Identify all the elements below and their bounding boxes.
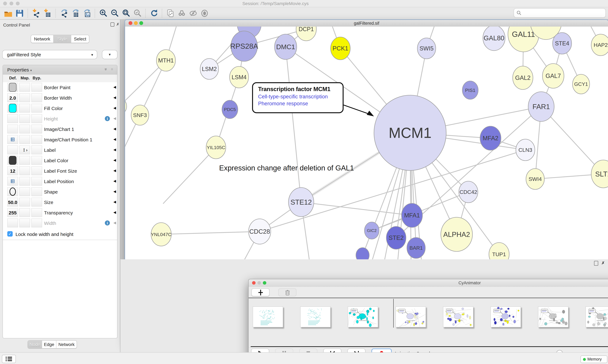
property-row-label[interactable]: ⋮›Label◀: [3, 145, 117, 156]
map-cell[interactable]: [19, 198, 30, 207]
export-table-button[interactable]: [70, 8, 81, 18]
memory-button[interactable]: Memory: [580, 355, 607, 363]
export-image-button[interactable]: [81, 8, 92, 18]
byp-cell[interactable]: [31, 145, 42, 154]
map-cell[interactable]: [19, 208, 30, 217]
add-frame-button[interactable]: [251, 288, 269, 296]
timeline-playhead[interactable]: [393, 299, 394, 328]
zoom-fit-button[interactable]: [121, 8, 131, 18]
maximize-window-button[interactable]: [16, 1, 20, 5]
expand-arrow-icon[interactable]: ◀: [113, 200, 116, 204]
network-node-yil105c[interactable]: YIL105C: [206, 136, 226, 159]
tab-select[interactable]: Select: [71, 35, 89, 43]
network-node-snf3[interactable]: SNF3: [131, 105, 149, 125]
hide-graphics-button[interactable]: [188, 8, 199, 18]
network-node-lsm2[interactable]: LSM2: [200, 59, 219, 79]
tab-network[interactable]: Network: [56, 341, 77, 348]
property-row-fill-color[interactable]: Fill Color◀: [3, 103, 117, 114]
network-node-lsm4[interactable]: LSM4: [230, 66, 249, 88]
network-node-pdc5[interactable]: PDC5: [222, 100, 238, 118]
export-network-button[interactable]: [59, 8, 69, 18]
expand-arrow-icon[interactable]: ◀: [113, 148, 116, 152]
expand-arrow-icon[interactable]: ◀: [113, 95, 116, 100]
collapse-all-icon[interactable]: «: [110, 68, 115, 71]
map-cell[interactable]: [19, 104, 30, 113]
map-cell[interactable]: [19, 93, 30, 102]
network-node-pis1[interactable]: PIS1: [462, 81, 478, 99]
frame-thumbnail-2[interactable]: [348, 306, 378, 327]
cyanimator-titlebar[interactable]: CyAnimator: [249, 279, 608, 287]
map-cell[interactable]: [19, 125, 30, 133]
frame-thumbnail-6[interactable]: [538, 306, 568, 327]
byp-cell[interactable]: [31, 114, 42, 123]
byp-cell[interactable]: [31, 125, 42, 133]
network-node-rps28a[interactable]: RPS28A: [230, 31, 258, 61]
byp-cell[interactable]: [31, 198, 42, 207]
byp-cell[interactable]: [31, 177, 42, 186]
zoom-selected-button[interactable]: [132, 8, 143, 18]
minimize-window-button[interactable]: [10, 1, 13, 5]
network-node-bar1[interactable]: BAR1: [407, 237, 425, 258]
byp-cell[interactable]: [31, 208, 42, 217]
expand-arrow-icon[interactable]: ◀: [113, 85, 116, 89]
expand-arrow-icon[interactable]: ◀: [113, 158, 116, 162]
property-row-border-paint[interactable]: Border Paint◀: [3, 82, 117, 93]
expand-all-icon[interactable]: »: [104, 68, 109, 71]
network-node-gic2[interactable]: GIC2: [364, 222, 379, 239]
network-node-mcm1[interactable]: MCM1: [374, 95, 446, 170]
network-edge[interactable]: [161, 232, 260, 234]
byp-cell[interactable]: [31, 187, 42, 196]
network-node-gal2[interactable]: GAL2: [513, 66, 533, 90]
tab-style[interactable]: Style: [54, 35, 71, 43]
network-node-cdc42[interactable]: CDC42: [459, 181, 478, 203]
import-network-button[interactable]: [31, 8, 41, 18]
network-node-gcy1[interactable]: GCY1: [573, 74, 590, 94]
search-network-button[interactable]: [176, 8, 187, 18]
expand-arrow-icon[interactable]: ◀: [113, 106, 116, 110]
def-cell[interactable]: [7, 156, 18, 165]
def-cell[interactable]: [7, 177, 18, 186]
network-node-cln3[interactable]: CLN3: [516, 139, 535, 161]
clipboard-button[interactable]: [165, 8, 176, 18]
byp-cell[interactable]: [31, 219, 42, 227]
property-row-transparency[interactable]: 255Transparency◀: [3, 208, 117, 218]
tab-edge[interactable]: Edge: [42, 341, 56, 348]
frame-thumbnail-0[interactable]: [253, 306, 283, 327]
network-node-ynl047c[interactable]: YNL047C: [151, 223, 171, 246]
map-cell[interactable]: [19, 219, 30, 227]
network-node-swi4[interactable]: SWI4: [526, 169, 544, 189]
network-edge[interactable]: [286, 47, 301, 202]
property-row-image-chart-1[interactable]: Image/Chart 1◀: [3, 124, 117, 135]
byp-cell[interactable]: [31, 156, 42, 165]
expand-arrow-icon[interactable]: ◀: [113, 179, 116, 183]
network-node-ste2[interactable]: STE2: [386, 226, 406, 249]
tab-node[interactable]: Node: [28, 341, 42, 348]
float-panel-icon[interactable]: [594, 261, 598, 266]
def-cell[interactable]: 50.0: [7, 198, 18, 207]
style-options-button[interactable]: ▼: [102, 50, 117, 59]
network-node-mth1[interactable]: MTH1: [156, 50, 175, 71]
def-cell[interactable]: [7, 135, 18, 144]
expand-arrow-icon[interactable]: ◀: [113, 127, 116, 131]
tab-network[interactable]: Network: [31, 35, 54, 43]
network-node-pck1[interactable]: PCK1: [331, 37, 350, 60]
byp-cell[interactable]: [31, 166, 42, 175]
status-menu-button[interactable]: [2, 355, 16, 363]
save-session-button[interactable]: [14, 8, 25, 18]
frame-thumbnail-3[interactable]: [395, 306, 426, 327]
network-node-far1[interactable]: FAR1: [528, 92, 554, 121]
byp-cell[interactable]: [31, 135, 42, 144]
float-panel-icon[interactable]: [111, 23, 114, 26]
frame-thumbnail-5[interactable]: [491, 306, 521, 327]
property-row-shape[interactable]: Shape◀: [3, 187, 117, 197]
byp-cell[interactable]: [31, 93, 42, 102]
expand-arrow-icon[interactable]: ◀: [113, 189, 116, 194]
byp-cell[interactable]: [31, 104, 42, 113]
network-node-hap2[interactable]: HAP2: [591, 34, 608, 56]
show-graphics-button[interactable]: [199, 8, 210, 18]
def-cell[interactable]: 255: [7, 208, 18, 217]
def-cell[interactable]: [7, 125, 18, 133]
property-row-width[interactable]: Widthi◀: [3, 218, 117, 229]
property-row-label-font-size[interactable]: 12Label Font Size◀: [3, 166, 117, 176]
property-row-image-chart-position-1[interactable]: Image/Chart Position 1◀: [3, 134, 117, 145]
